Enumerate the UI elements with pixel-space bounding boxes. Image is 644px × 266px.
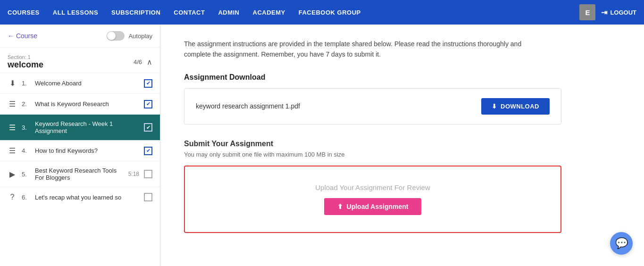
- collapse-icon[interactable]: ∧: [147, 58, 152, 66]
- nav-item-contact[interactable]: CONTACT: [174, 9, 205, 16]
- download-btn-label: DOWNLOAD: [501, 103, 539, 110]
- logout-button[interactable]: ⇥ LOGOUT: [601, 8, 636, 17]
- download-heading: Assignment Download: [184, 73, 620, 82]
- upload-button[interactable]: ⬆ Upload Assignment: [324, 198, 422, 215]
- lesson-type-icon: ☰: [8, 146, 17, 155]
- upload-box[interactable]: Upload Your Assignment For Review ⬆ Uplo…: [184, 166, 561, 233]
- logout-label: LOGOUT: [610, 9, 636, 16]
- download-box: keyword research assignment 1.pdf ⬇ DOWN…: [184, 88, 561, 125]
- download-icon: ⬇: [492, 103, 497, 110]
- lesson-number: 6.: [22, 194, 30, 201]
- course-back-link[interactable]: ← Course: [8, 32, 37, 40]
- lesson-duration: 5:18: [128, 171, 139, 177]
- lesson-number: 1.: [22, 80, 30, 87]
- upload-prompt: Upload Your Assignment For Review: [315, 183, 430, 191]
- lesson-type-icon: ☰: [8, 100, 17, 108]
- download-filename: keyword research assignment 1.pdf: [196, 102, 300, 110]
- toggle-track[interactable]: [107, 31, 125, 41]
- lesson-checkbox[interactable]: ✔: [144, 79, 152, 88]
- upload-btn-label: Upload Assignment: [347, 203, 409, 210]
- navbar: COURSESALL LESSONSSUBSCRIPTIONCONTACTADM…: [0, 0, 644, 25]
- logout-icon: ⇥: [601, 8, 607, 17]
- instruction-text: The assignment instructions are provided…: [184, 39, 543, 60]
- lesson-type-icon: ?: [8, 193, 17, 201]
- lesson-title: How to find Keywords?: [35, 147, 139, 154]
- nav-item-courses[interactable]: COURSES: [8, 9, 40, 16]
- lesson-checkbox[interactable]: [144, 193, 152, 201]
- nav-items: COURSESALL LESSONSSUBSCRIPTIONCONTACTADM…: [8, 9, 579, 16]
- download-button[interactable]: ⬇ DOWNLOAD: [481, 98, 550, 115]
- toggle-thumb: [107, 32, 116, 40]
- lesson-number: 4.: [22, 147, 30, 154]
- lesson-item[interactable]: ☰3.Keyword Research - Week 1 Assignment✔: [0, 114, 160, 140]
- lesson-type-icon: ☰: [8, 123, 17, 132]
- avatar: E: [579, 4, 595, 20]
- autoplay-toggle[interactable]: Autoplay: [107, 31, 152, 41]
- lesson-list: ⬇1.Welcome Aboard✔☰2.What is Keyword Res…: [0, 73, 160, 207]
- nav-item-admin[interactable]: ADMIN: [218, 9, 239, 16]
- lesson-item[interactable]: ☰2.What is Keyword Research✔: [0, 93, 160, 114]
- lesson-title: Let's recap what you learned so: [35, 194, 139, 201]
- content-area: The assignment instructions are provided…: [160, 25, 644, 266]
- lesson-item[interactable]: ?6.Let's recap what you learned so: [0, 187, 160, 207]
- section-label: Section: 1: [8, 54, 43, 60]
- lesson-checkbox[interactable]: ✔: [144, 100, 152, 108]
- upload-icon: ⬆: [337, 203, 343, 210]
- chat-bubble[interactable]: 💬: [610, 232, 633, 255]
- section-count: 4/6: [134, 58, 142, 66]
- section-header: Section: 1 welcome 4/6 ∧: [0, 48, 160, 73]
- nav-right: E ⇥ LOGOUT: [579, 4, 636, 20]
- lesson-checkbox[interactable]: ✔: [144, 147, 152, 155]
- lesson-number: 3.: [22, 124, 30, 131]
- submit-subtext: You may only submit one file with maximu…: [184, 151, 620, 158]
- lesson-checkbox[interactable]: ✔: [144, 123, 152, 132]
- sidebar-top: ← Course Autoplay: [0, 25, 160, 48]
- section-info: Section: 1 welcome: [8, 54, 43, 70]
- nav-item-facebook-group[interactable]: FACEBOOK GROUP: [299, 9, 361, 16]
- lesson-title: Welcome Aboard: [35, 80, 139, 87]
- autoplay-label: Autoplay: [128, 33, 152, 40]
- section-title: welcome: [8, 60, 43, 70]
- lesson-type-icon: ▶: [8, 170, 17, 179]
- lesson-title: What is Keyword Research: [35, 100, 139, 108]
- lesson-item[interactable]: ▶5.Best Keyword Research Tools For Blogg…: [0, 161, 160, 187]
- lesson-title: Best Keyword Research Tools For Bloggers: [35, 167, 124, 181]
- main-layout: ← Course Autoplay Section: 1 welcome 4/6…: [0, 25, 644, 266]
- chat-icon: 💬: [615, 237, 628, 249]
- lesson-number: 2.: [22, 100, 30, 108]
- nav-item-academy[interactable]: ACADEMY: [253, 9, 285, 16]
- lesson-title: Keyword Research - Week 1 Assignment: [35, 120, 139, 134]
- nav-item-all-lessons[interactable]: ALL LESSONS: [53, 9, 98, 16]
- submit-heading: Submit Your Assignment: [184, 140, 620, 148]
- lesson-item[interactable]: ⬇1.Welcome Aboard✔: [0, 73, 160, 93]
- sidebar: ← Course Autoplay Section: 1 welcome 4/6…: [0, 25, 160, 266]
- nav-item-subscription[interactable]: SUBSCRIPTION: [111, 9, 160, 16]
- lesson-checkbox[interactable]: [144, 170, 152, 178]
- lesson-type-icon: ⬇: [8, 79, 17, 88]
- lesson-number: 5.: [22, 171, 30, 178]
- lesson-item[interactable]: ☰4.How to find Keywords?✔: [0, 140, 160, 161]
